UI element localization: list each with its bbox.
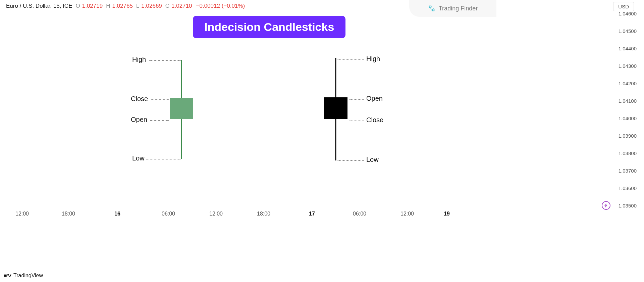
close-label: Close — [131, 95, 148, 103]
leader-line — [349, 121, 364, 121]
candle-body — [170, 98, 193, 119]
x-tick: 12:00 — [209, 211, 223, 217]
x-tick: 18:00 — [257, 211, 270, 217]
symbol-ohlc-bar: Euro / U.S. Dollar, 15, ICE O1.02719 H1.… — [6, 3, 245, 9]
brand-icon — [428, 5, 435, 12]
bullish-candle — [170, 60, 193, 159]
y-tick: 1.03900 — [619, 133, 637, 139]
y-tick: 1.04100 — [619, 98, 637, 104]
high-label: H — [106, 3, 110, 9]
x-tick: 17 — [309, 211, 315, 217]
y-axis: 1.04600 1.04500 1.04400 1.04300 1.04200 … — [614, 0, 644, 206]
axis-separator — [0, 207, 493, 207]
leader-line — [149, 60, 181, 61]
x-tick: 06:00 — [353, 211, 366, 217]
brand-tab: Trading Finder — [409, 0, 496, 17]
high-value: 1.02765 — [112, 3, 132, 9]
y-tick: 1.03800 — [619, 150, 637, 156]
leader-line — [337, 59, 364, 60]
x-tick: 19 — [444, 211, 450, 217]
low-label: Low — [132, 154, 145, 162]
svg-point-1 — [7, 274, 9, 276]
y-tick: 1.04000 — [619, 115, 637, 121]
leader-line — [337, 160, 364, 161]
leader-line — [150, 120, 169, 121]
low-value: 1.02669 — [141, 3, 162, 9]
leader-line — [349, 99, 364, 100]
high-label: High — [132, 56, 146, 63]
x-tick: 16 — [114, 211, 120, 217]
leader-line — [151, 99, 169, 100]
symbol-name: Euro / U.S. Dollar, 15, ICE — [6, 3, 72, 9]
x-tick: 12:00 — [15, 211, 29, 217]
close-value: 1.02710 — [171, 3, 192, 9]
low-label: Low — [366, 156, 379, 163]
x-tick: 06:00 — [162, 211, 175, 217]
chart-title-banner: Indecision Candlesticks — [193, 16, 345, 38]
low-label: L — [136, 3, 139, 9]
flash-icon[interactable] — [602, 201, 610, 210]
open-label: Open — [131, 116, 147, 124]
y-tick: 1.04300 — [619, 63, 637, 69]
change-value: −0.00012 (−0.01%) — [196, 3, 245, 9]
leader-line — [146, 159, 181, 159]
open-label: O — [75, 3, 80, 9]
high-label: High — [366, 55, 380, 63]
x-tick: 18:00 — [62, 211, 75, 217]
bearish-candle — [324, 58, 347, 160]
y-tick: 1.03500 — [619, 203, 637, 208]
x-axis: 12:00 18:00 16 06:00 12:00 18:00 17 06:0… — [0, 211, 493, 221]
open-label: Open — [366, 95, 383, 102]
tv-icon — [4, 273, 11, 278]
y-tick: 1.03700 — [619, 168, 637, 174]
close-label: Close — [366, 116, 383, 124]
svg-rect-0 — [4, 275, 7, 277]
brand-text: Trading Finder — [439, 5, 478, 12]
close-label: C — [165, 3, 169, 9]
tv-text: TradingView — [13, 273, 43, 279]
y-tick: 1.03600 — [619, 185, 637, 191]
x-tick: 12:00 — [400, 211, 414, 217]
candle-body — [324, 97, 347, 119]
y-tick: 1.04600 — [619, 11, 637, 16]
open-value: 1.02719 — [82, 3, 103, 9]
y-tick: 1.04200 — [619, 81, 637, 86]
tradingview-logo: TradingView — [4, 273, 43, 279]
y-tick: 1.04500 — [619, 28, 637, 34]
y-tick: 1.04400 — [619, 46, 637, 51]
